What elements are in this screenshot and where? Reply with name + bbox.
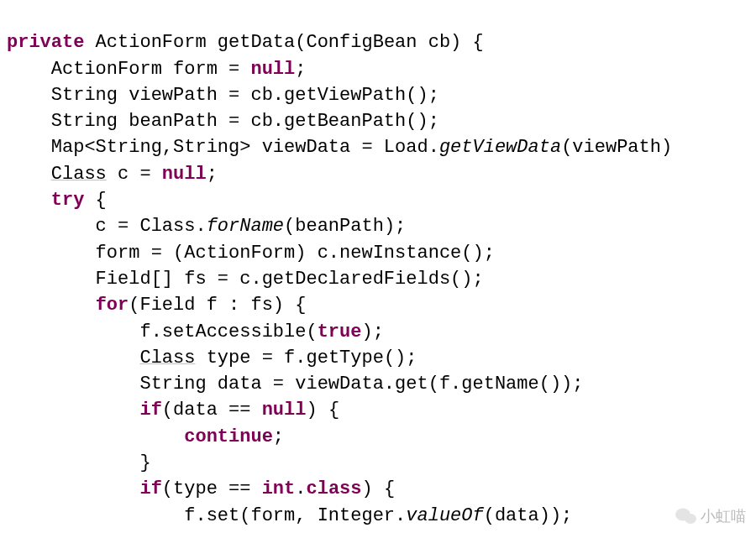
keyword-class: class <box>306 478 361 499</box>
code-line: f.set(form, Integer.valueOf(data)); <box>7 505 572 526</box>
code-line: String viewPath = cb.getViewPath(); <box>7 85 439 106</box>
code-line: for(Field f : fs) { <box>7 295 306 316</box>
keyword-null: null <box>250 59 295 80</box>
code-line: } <box>7 452 151 473</box>
code-line: Field[] fs = c.getDeclaredFields(); <box>7 269 484 290</box>
keyword-true: true <box>318 321 362 342</box>
keyword-if: if <box>139 400 161 421</box>
keyword-try: try <box>51 190 85 211</box>
watermark: 小虹喵 <box>675 506 746 526</box>
code-line: Map<String,String> viewData = Load.getVi… <box>7 137 672 158</box>
code-line: f.setAccessible(true); <box>7 321 384 342</box>
code-line: c = Class.forName(beanPath); <box>7 216 406 237</box>
keyword-int: int <box>262 478 296 499</box>
static-method: valueOf <box>406 505 483 526</box>
code-line: Class c = null; <box>7 164 218 185</box>
keyword-for: for <box>96 295 129 316</box>
keyword-private: private <box>7 32 84 53</box>
code-line: ActionForm form = null; <box>7 59 306 80</box>
keyword-null: null <box>262 400 307 421</box>
code-line: continue; <box>7 426 284 447</box>
keyword-if: if <box>139 478 161 499</box>
watermark-text: 小虹喵 <box>701 506 746 526</box>
keyword-continue: continue <box>184 426 273 447</box>
code-line: Class type = f.getType(); <box>7 347 417 368</box>
svg-point-1 <box>685 514 696 524</box>
static-method: forName <box>207 216 284 237</box>
code-line: form = (ActionForm) c.newInstance(); <box>7 243 495 264</box>
code-block: private ActionForm getData(ConfigBean cb… <box>0 0 756 533</box>
code-line: if(data == null) { <box>7 400 339 421</box>
code-line: if(type == int.class) { <box>7 478 395 499</box>
wechat-icon <box>675 507 697 525</box>
static-method: getViewData <box>439 137 561 158</box>
code-line: String data = viewData.get(f.getName()); <box>7 374 584 395</box>
raw-class: Class <box>51 164 107 185</box>
raw-class: Class <box>139 347 195 368</box>
code-line: private ActionForm getData(ConfigBean cb… <box>7 32 484 53</box>
code-line: try { <box>7 190 107 211</box>
keyword-null: null <box>162 164 207 185</box>
code-line: String beanPath = cb.getBeanPath(); <box>7 111 439 132</box>
